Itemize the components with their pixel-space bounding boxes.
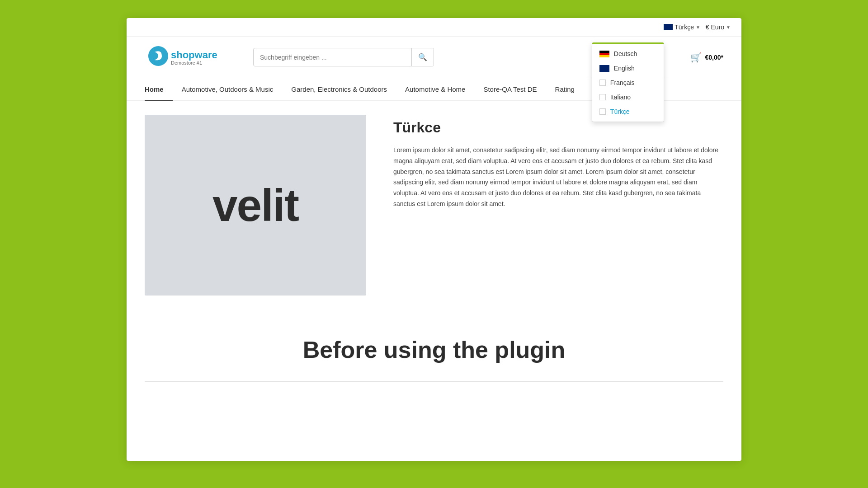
nav-item-rating[interactable]: Rating: [546, 78, 584, 100]
nav-item-garden-electronics[interactable]: Garden, Electronics & Outdoors: [282, 78, 396, 100]
checkbox-it: [599, 94, 606, 100]
page-wrapper: Türkçe ▼ Deutsch English: [0, 0, 868, 488]
nav-item-store-qa[interactable]: Store-QA Test DE: [474, 78, 546, 100]
lang-label-en: English: [614, 65, 635, 72]
browser-window: Türkçe ▼ Deutsch English: [127, 18, 741, 461]
lang-option-de[interactable]: Deutsch: [592, 47, 664, 61]
nav-item-automotive-outdoors[interactable]: Automotive, Outdoors & Music: [173, 78, 283, 100]
search-icon: 🔍: [418, 53, 427, 61]
current-lang-flag: [664, 24, 673, 30]
cart-price: €0,00*: [705, 54, 723, 61]
checkbox-tr: [599, 108, 606, 115]
hero-image: velit: [145, 115, 366, 296]
bottom-section: Before using the plugin: [127, 309, 741, 400]
lang-option-it[interactable]: Italiano: [592, 90, 664, 104]
svg-text:shopware: shopware: [171, 49, 217, 61]
lang-chevron-icon: ▼: [696, 25, 700, 30]
lang-label-de: Deutsch: [614, 50, 637, 57]
main-content: velit Türkce Lorem ipsum dolor sit amet,…: [127, 101, 741, 309]
lang-label-it: Italiano: [610, 94, 631, 101]
nav-item-home[interactable]: Home: [145, 78, 173, 100]
lang-option-en[interactable]: English: [592, 61, 664, 75]
cart-icon: 🛒: [690, 52, 702, 63]
currency-label: € Euro: [706, 23, 724, 31]
search-input[interactable]: [254, 49, 411, 66]
shopware-logo: shopware Demostore #1: [145, 44, 235, 69]
language-dropdown: Deutsch English Français Italiano: [592, 42, 664, 122]
bottom-title: Before using the plugin: [145, 336, 723, 363]
search-area: 🔍: [253, 48, 434, 66]
language-selector[interactable]: Türkçe ▼ Deutsch English: [664, 23, 700, 31]
flag-de-icon: [599, 51, 609, 57]
top-bar: Türkçe ▼ Deutsch English: [127, 18, 741, 37]
hero-text: velit: [212, 179, 298, 231]
nav-item-automotive-home[interactable]: Automotive & Home: [396, 78, 474, 100]
current-language-label: Türkçe: [675, 23, 694, 31]
svg-text:Demostore #1: Demostore #1: [171, 60, 202, 66]
lang-label-tr: Türkçe: [610, 108, 630, 115]
content-title: Türkce: [393, 119, 723, 136]
search-button[interactable]: 🔍: [411, 48, 434, 66]
logo-area[interactable]: shopware Demostore #1: [145, 44, 235, 70]
lang-label-fr: Français: [610, 79, 635, 86]
bottom-divider: [145, 381, 723, 382]
lang-option-tr[interactable]: Türkçe: [592, 104, 664, 119]
currency-chevron-icon: ▼: [726, 25, 731, 30]
checkbox-fr: [599, 80, 606, 86]
lang-option-fr[interactable]: Français: [592, 75, 664, 90]
flag-en-icon: [599, 65, 609, 72]
currency-selector[interactable]: € Euro ▼: [706, 23, 731, 31]
cart-area[interactable]: 🛒 €0,00*: [690, 52, 723, 63]
content-body: Lorem ipsum dolor sit amet, consetetur s…: [393, 145, 723, 210]
content-text-area: Türkce Lorem ipsum dolor sit amet, conse…: [393, 115, 723, 210]
top-bar-right: Türkçe ▼ Deutsch English: [664, 23, 731, 31]
